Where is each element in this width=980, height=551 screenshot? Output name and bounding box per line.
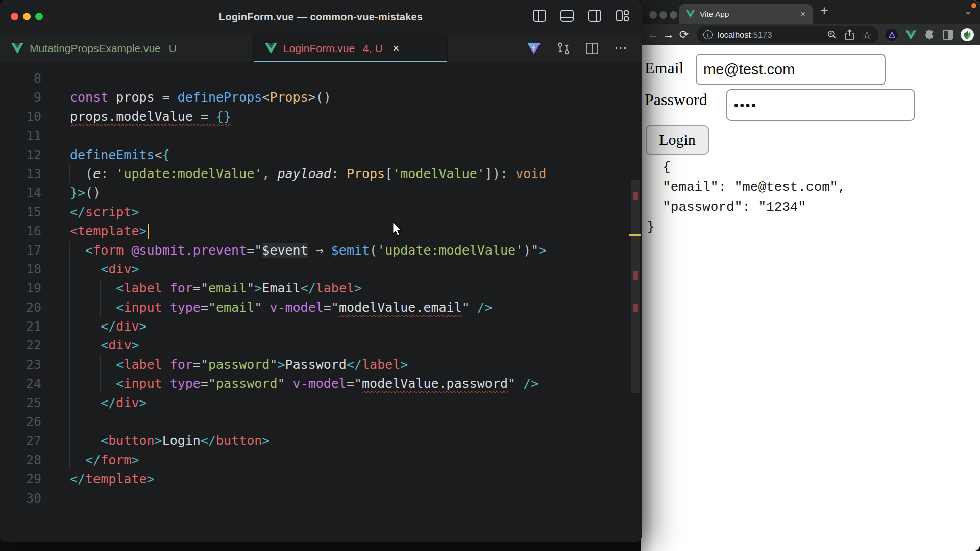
email-label: Email xyxy=(645,59,683,78)
browser-traffic-zoom-button[interactable] xyxy=(670,11,677,19)
code-line[interactable]: 16<template> xyxy=(0,221,627,240)
line-number: 26 xyxy=(0,412,41,431)
reload-button[interactable]: ⟳ xyxy=(676,28,692,41)
editor-tabbar: MutatingPropsExample.vue U LoginForm.vue… xyxy=(0,34,642,62)
editor-actions: ⋯ xyxy=(526,34,642,62)
indent-guide xyxy=(100,279,101,317)
code-line[interactable]: 14}>() xyxy=(0,183,627,202)
code-line[interactable]: 15</script> xyxy=(0,203,627,221)
code-line[interactable]: 13 (e: 'update:modelValue', payload: Pro… xyxy=(0,164,627,183)
extension-a-icon[interactable] xyxy=(886,29,898,41)
line-number: 27 xyxy=(0,431,41,450)
extension-icons: ⋮ xyxy=(886,28,980,41)
code-line[interactable]: 25 </div> xyxy=(0,393,627,412)
code-line[interactable]: 9const props = defineProps<Props>() xyxy=(0,88,627,107)
line-number: 12 xyxy=(0,145,41,164)
new-tab-button[interactable]: + xyxy=(820,3,828,19)
browser-tab-title: Vite App xyxy=(700,10,729,19)
code-line[interactable]: 28 </form> xyxy=(0,450,627,469)
code-line[interactable]: 12defineEmits<{ xyxy=(0,145,627,164)
desktop: Vite App × + ⌄ ← → ⟳ i localhost:5173 xyxy=(0,0,980,551)
scrollbar-thumb[interactable] xyxy=(631,180,640,393)
vue-logo-icon xyxy=(686,10,695,18)
code-line[interactable]: 10props.modelValue = {} xyxy=(0,107,627,126)
code-line[interactable]: 21 </div> xyxy=(0,317,627,336)
code-line[interactable]: 8 xyxy=(0,69,627,88)
tab-mutating-props-example[interactable]: MutatingPropsExample.vue U xyxy=(0,34,254,62)
bookmark-star-icon[interactable]: ☆ xyxy=(862,30,872,40)
editor-window: LoginForm.vue — common-vue-mistakes xyxy=(0,0,642,542)
code-line[interactable]: 27 <button>Login</button> xyxy=(0,431,627,450)
compare-changes-icon[interactable] xyxy=(557,42,570,55)
password-input[interactable] xyxy=(726,89,915,121)
profile-avatar[interactable] xyxy=(961,28,974,41)
tab-close-icon[interactable]: × xyxy=(393,42,400,55)
back-button[interactable]: ← xyxy=(646,28,661,41)
browser-traffic-close-button[interactable] xyxy=(649,11,657,19)
code-line[interactable]: 19 <label for="email">Email</label> xyxy=(0,279,627,297)
code-line[interactable]: 20 <input type="email" v-model="modelVal… xyxy=(0,298,627,317)
code-line[interactable]: 22 <div> xyxy=(0,336,627,355)
code-line[interactable]: 29</template> xyxy=(0,469,627,488)
split-editor-icon[interactable] xyxy=(585,42,599,55)
zoom-icon[interactable] xyxy=(827,30,837,40)
line-number: 20 xyxy=(0,298,41,317)
browser-traffic-minimize-button[interactable] xyxy=(659,11,667,19)
share-icon[interactable] xyxy=(845,29,854,40)
tab-search-chevron-icon[interactable]: ⌄ xyxy=(965,6,972,17)
vue-file-icon xyxy=(11,43,23,54)
forward-button[interactable]: → xyxy=(661,28,676,41)
tab-login-form[interactable]: LoginForm.vue 4, U × xyxy=(254,34,448,62)
error-mark xyxy=(633,192,638,200)
line-number: 28 xyxy=(0,450,41,469)
code-line[interactable]: 24 <input type="password" v-model="model… xyxy=(0,374,627,393)
code-line[interactable]: 17 <form @submit.prevent="$event ⇒ $emit… xyxy=(0,241,627,260)
more-actions-icon[interactable]: ⋯ xyxy=(614,40,627,56)
update-notification-dot xyxy=(971,3,976,8)
line-number: 14 xyxy=(0,183,41,202)
code-lines: 89const props = defineProps<Props>()10pr… xyxy=(0,69,627,508)
site-info-icon[interactable]: i xyxy=(703,30,713,39)
layout-controls xyxy=(532,9,629,22)
cursor-line-mark xyxy=(629,234,641,236)
toggle-secondary-sidebar-icon[interactable] xyxy=(587,9,602,22)
toggle-panel-icon[interactable] xyxy=(560,9,574,22)
tab-filename: MutatingPropsExample.vue xyxy=(30,42,161,55)
login-button[interactable]: Login xyxy=(646,125,709,155)
email-input[interactable] xyxy=(696,54,886,85)
code-line[interactable]: 23 <label for="password">Password</label… xyxy=(0,355,627,374)
indent-guide xyxy=(100,355,101,393)
code-line[interactable]: 11 xyxy=(0,126,627,145)
line-number: 29 xyxy=(0,469,41,488)
address-bar[interactable]: i localhost:5173 ☆ xyxy=(697,26,878,43)
browser-toolbar: ← → ⟳ i localhost:5173 ☆ xyxy=(641,24,980,45)
vue-file-icon xyxy=(265,43,277,54)
vue-devtools-icon[interactable] xyxy=(905,30,916,40)
page-content: Email Password Login { "email": "me@test… xyxy=(641,45,980,551)
indent-guide xyxy=(85,260,85,450)
line-number: 30 xyxy=(0,489,41,508)
browser-tab-vite-app[interactable]: Vite App × xyxy=(679,4,813,24)
tab-close-icon[interactable]: × xyxy=(800,9,805,19)
code-line[interactable]: 26 xyxy=(0,412,627,431)
tab-git-badge: U xyxy=(169,42,177,55)
customize-layout-icon[interactable] xyxy=(615,9,629,22)
toggle-primary-sidebar-icon[interactable] xyxy=(532,9,547,22)
overview-ruler[interactable] xyxy=(628,124,642,542)
line-number: 21 xyxy=(0,317,41,336)
line-number: 24 xyxy=(0,374,41,393)
line-number: 18 xyxy=(0,260,41,279)
mouse-cursor xyxy=(391,221,404,237)
line-number: 19 xyxy=(0,279,41,297)
side-panel-icon[interactable] xyxy=(943,30,953,40)
code-line[interactable]: 18 <div> xyxy=(0,260,627,279)
text-cursor xyxy=(148,224,149,239)
line-number: 25 xyxy=(0,393,41,412)
line-number: 22 xyxy=(0,336,41,355)
code-line[interactable]: 30 xyxy=(0,489,627,508)
error-mark xyxy=(633,271,638,280)
editor-titlebar: LoginForm.vue — common-vue-mistakes xyxy=(0,0,642,34)
extensions-puzzle-icon[interactable] xyxy=(924,29,935,40)
line-number: 15 xyxy=(0,203,41,221)
line-number: 11 xyxy=(0,126,41,145)
